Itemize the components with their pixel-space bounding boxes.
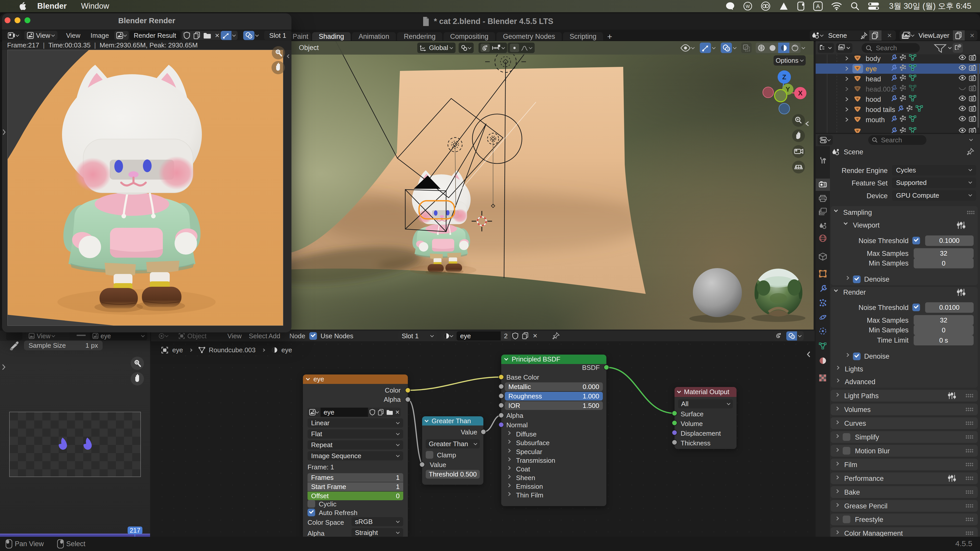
svg-text:Y: Y (786, 86, 790, 93)
svg-text:Z: Z (782, 73, 786, 81)
svg-text:head.001: head.001 (865, 86, 894, 93)
svg-text:W: W (746, 4, 750, 9)
svg-text:hood: hood (865, 96, 881, 103)
svg-text:X: X (798, 89, 803, 97)
svg-text:head: head (865, 75, 881, 83)
svg-text:eye: eye (865, 65, 877, 73)
svg-text:Search: Search (876, 44, 897, 52)
svg-text:mouth: mouth (865, 116, 885, 124)
svg-text:body: body (865, 55, 881, 62)
svg-text:A: A (816, 3, 820, 10)
svg-text:hood tails: hood tails (865, 106, 895, 114)
